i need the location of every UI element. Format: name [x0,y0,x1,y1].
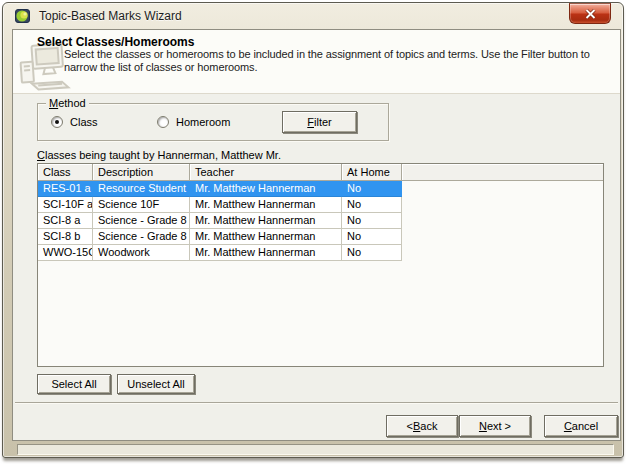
cell-class[interactable]: RES-01 a [38,181,93,197]
method-group-label: Method [46,97,89,109]
table-row[interactable]: SCI-8 b Science - Grade 8 Mr. Matthew Ha… [38,229,402,245]
cell-at-home[interactable]: No [342,213,402,229]
status-strip [17,444,614,455]
close-button[interactable] [569,3,611,24]
table-header-row: Class Description Teacher At Home [38,164,603,181]
cell-teacher[interactable]: Mr. Matthew Hannerman [190,181,342,197]
radio-class-label[interactable]: Class [70,116,98,128]
cell-at-home[interactable]: No [342,245,402,261]
wizard-header: Select Classes/Homerooms Select the clas… [13,30,620,94]
cell-class[interactable]: SCI-10F a [38,197,93,213]
cell-description[interactable]: Science - Grade 8 [93,229,190,245]
classes-listbox[interactable]: Class Description Teacher At Home RES-01… [37,163,604,367]
next-button[interactable]: Next > [459,415,531,437]
table-row[interactable]: RES-01 a Resource Student - Mr. Matthew … [38,181,402,197]
wizard-dialog: Topic-Based Marks Wizard Selec [2,2,624,458]
radio-class[interactable] [51,116,63,128]
cell-at-home[interactable]: No [342,229,402,245]
filter-button[interactable]: Filter [282,111,357,133]
cell-class[interactable]: SCI-8 a [38,213,93,229]
cell-description[interactable]: Science 10F [93,197,190,213]
table-row[interactable]: SCI-8 a Science - Grade 8 Mr. Matthew Ha… [38,213,402,229]
page-description: Select the classes or homerooms to be in… [64,48,616,74]
radio-homeroom[interactable] [157,116,169,128]
dialog-content: Select Classes/Homerooms Select the clas… [12,29,621,441]
cell-teacher[interactable]: Mr. Matthew Hannerman [190,197,342,213]
col-header-description[interactable]: Description [93,164,190,181]
cell-description[interactable]: Resource Student - [93,181,190,197]
cancel-button[interactable]: Cancel [544,415,618,437]
col-header-at-home[interactable]: At Home [342,164,402,181]
page-title: Select Classes/Homerooms [37,35,194,49]
col-header-filler [402,164,603,181]
back-button[interactable]: < Back [386,415,458,437]
window-title: Topic-Based Marks Wizard [39,9,182,23]
cell-at-home[interactable]: No [342,197,402,213]
col-header-teacher[interactable]: Teacher [190,164,342,181]
table-row[interactable]: WWO-15G Woodwork Mr. Matthew Hannerman N… [38,245,402,261]
cell-class[interactable]: SCI-8 b [38,229,93,245]
cell-teacher[interactable]: Mr. Matthew Hannerman [190,245,342,261]
cell-at-home[interactable]: No [342,181,402,197]
col-header-class[interactable]: Class [38,164,93,181]
radio-homeroom-label[interactable]: Homeroom [176,116,230,128]
cell-description[interactable]: Science - Grade 8 [93,213,190,229]
table-row[interactable]: SCI-10F a Science 10F Mr. Matthew Hanner… [38,197,402,213]
cell-description[interactable]: Woodwork [93,245,190,261]
close-icon [585,9,596,19]
separator [15,402,618,404]
table-caption: Classes being taught by Hannerman, Matth… [37,149,281,161]
select-all-button[interactable]: Select All [37,374,111,394]
unselect-all-button[interactable]: Unselect All [117,374,195,394]
cell-teacher[interactable]: Mr. Matthew Hannerman [190,229,342,245]
app-icon [15,8,31,24]
cell-teacher[interactable]: Mr. Matthew Hannerman [190,213,342,229]
title-bar[interactable]: Topic-Based Marks Wizard [3,3,623,29]
cell-class[interactable]: WWO-15G [38,245,93,261]
